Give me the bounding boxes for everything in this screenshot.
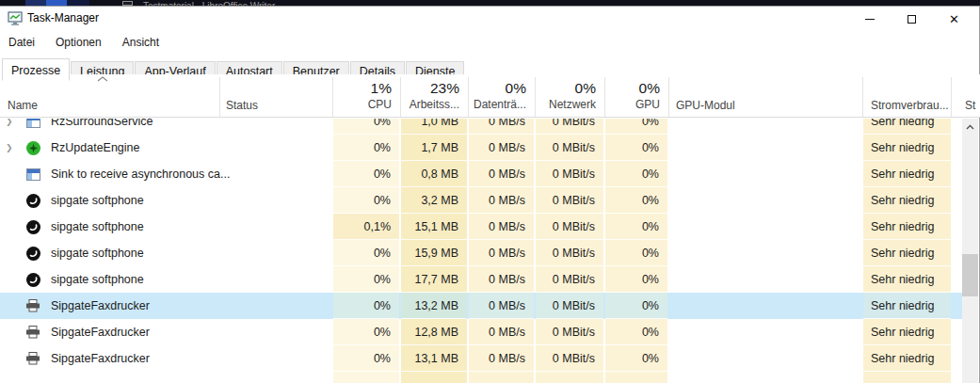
column-header-gpu[interactable]: 0% GPU (605, 74, 667, 118)
gpu-cell: 0% (605, 266, 667, 293)
close-icon: ✕ (949, 13, 959, 25)
memory-cell: 12,8 MB (401, 319, 467, 345)
process-list: ❯ RzSurroundService 0% 1,0 MB 0 MB/s 0 M… (0, 119, 980, 383)
memory-cell: 1,7 MB (401, 135, 467, 161)
memory-cell (401, 372, 467, 383)
maximize-button[interactable] (891, 7, 933, 31)
header-divider (862, 77, 863, 117)
table-row[interactable]: ❯ RzUpdateEngine 0% 1,7 MB 0 MB/s 0 MBit… (0, 135, 962, 161)
memory-cell: 1,0 MB (401, 119, 467, 135)
process-name: SipgateFaxdrucker (51, 319, 150, 345)
process-name: SipgateFaxdrucker (51, 293, 150, 319)
table-row-selected[interactable]: SipgateFaxdrucker 0% 13,2 MB 0 MB/s 0 MB… (0, 293, 962, 319)
gpu-cell: 0% (605, 161, 667, 187)
process-name: sipgate softphone (51, 214, 144, 240)
cpu-total-percent: 1% (333, 79, 392, 97)
scrollbar-thumb[interactable] (962, 254, 978, 296)
expand-chevron-icon[interactable]: ❯ (6, 119, 19, 135)
app-window-icon (25, 168, 40, 182)
scroll-up-button[interactable] (962, 119, 978, 135)
sipgate-icon (25, 247, 40, 261)
app-window-icon (25, 119, 40, 129)
power-cell: Sehr niedrig (863, 240, 951, 266)
printer-icon (25, 352, 40, 366)
memory-cell: 13,2 MB (401, 293, 467, 319)
column-header-memory[interactable]: 23% Arbeitss... (401, 74, 467, 118)
table-row[interactable]: SipgateFaxdrucker 0% 13,1 MB 0 MB/s 0 MB… (0, 345, 962, 372)
gpu-cell: 0% (605, 319, 667, 345)
column-header-gpu-module[interactable]: GPU-Modul (676, 99, 735, 112)
column-header-power-trend[interactable]: St (965, 99, 975, 112)
process-name: sipgate softphone (51, 266, 144, 293)
sipgate-icon (25, 194, 40, 208)
memory-cell: 0,8 MB (401, 161, 467, 187)
disk-cell (469, 372, 534, 383)
minimize-button[interactable] (848, 7, 891, 31)
tab-prozesse[interactable]: Prozesse (2, 58, 70, 81)
process-name: Sink to receive asynchronous ca... (51, 161, 230, 187)
cpu-cell: 0% (333, 187, 399, 214)
printer-icon (25, 299, 40, 313)
memory-cell: 13,1 MB (401, 345, 467, 372)
gpu-cell: 0% (605, 345, 667, 372)
disk-cell: 0 MB/s (469, 240, 534, 266)
column-header-cpu[interactable]: 1% CPU (333, 74, 399, 118)
table-row[interactable]: sipgate softphone 0% 17,7 MB 0 MB/s 0 MB… (0, 266, 962, 293)
table-row[interactable] (0, 372, 962, 383)
table-row[interactable]: sipgate softphone 0,1% 15,1 MB 0 MB/s 0 … (0, 214, 962, 240)
header-divider (219, 77, 220, 117)
disk-cell: 0 MB/s (469, 293, 534, 319)
memory-total-percent: 23% (401, 79, 459, 97)
header-divider (604, 77, 605, 117)
minimize-icon (865, 19, 875, 20)
column-header-disk[interactable]: 0% Datenträ... (469, 74, 534, 118)
network-cell: 0 MBit/s (536, 240, 603, 266)
gpu-cell (605, 372, 667, 383)
table-row[interactable]: sipgate softphone 0% 3,2 MB 0 MB/s 0 MBi… (0, 187, 962, 214)
power-cell: Sehr niedrig (863, 135, 951, 161)
cpu-cell: 0% (333, 119, 399, 135)
header-divider (332, 77, 333, 117)
power-cell: Sehr niedrig (863, 161, 951, 187)
table-row[interactable]: SipgateFaxdrucker 0% 12,8 MB 0 MB/s 0 MB… (0, 319, 962, 345)
vertical-scrollbar[interactable] (962, 119, 978, 383)
titlebar[interactable]: Task-Manager ✕ (0, 7, 979, 31)
network-cell: 0 MBit/s (536, 345, 603, 372)
table-header: Name Status 1% CPU 23% Arbeitss... 0% Da… (0, 74, 980, 118)
cpu-cell: 0% (333, 293, 399, 319)
sort-ascending-icon (96, 75, 109, 83)
cpu-cell: 0% (333, 266, 399, 293)
table-row[interactable]: sipgate softphone 0% 15,9 MB 0 MB/s 0 MB… (0, 240, 962, 266)
expand-chevron-icon[interactable]: ❯ (6, 135, 19, 161)
close-button[interactable]: ✕ (933, 7, 975, 31)
window-title: Task-Manager (27, 11, 99, 24)
gpu-cell: 0% (605, 187, 667, 214)
cpu-cell: 0% (333, 345, 399, 372)
menu-optionen[interactable]: Optionen (56, 36, 102, 49)
process-name: RzSurroundService (51, 119, 153, 135)
memory-cell: 15,9 MB (401, 240, 467, 266)
disk-cell: 0 MB/s (469, 119, 534, 135)
printer-icon (25, 326, 40, 340)
memory-cell: 17,7 MB (401, 266, 467, 293)
power-cell: Sehr niedrig (863, 266, 951, 293)
column-header-network[interactable]: 0% Netzwerk (536, 74, 603, 118)
column-header-name[interactable]: Name (8, 99, 38, 112)
column-header-status[interactable]: Status (226, 99, 258, 112)
power-cell: Sehr niedrig (863, 319, 951, 345)
process-name: sipgate softphone (51, 240, 144, 266)
table-row[interactable]: Sink to receive asynchronous ca... 0% 0,… (0, 161, 962, 187)
disk-total-percent: 0% (469, 79, 526, 97)
header-divider (400, 77, 401, 117)
disk-cell: 0 MB/s (469, 161, 534, 187)
power-cell: Sehr niedrig (863, 119, 951, 135)
network-cell: 0 MBit/s (536, 187, 603, 214)
network-cell: 0 MBit/s (536, 135, 603, 161)
menu-ansicht[interactable]: Ansicht (122, 36, 159, 49)
header-divider (535, 77, 536, 117)
table-row[interactable]: ❯ RzSurroundService 0% 1,0 MB 0 MB/s 0 M… (0, 119, 962, 135)
column-header-power[interactable]: Stromverbrau... (871, 99, 949, 112)
power-cell: Sehr niedrig (863, 293, 951, 319)
menu-datei[interactable]: Datei (8, 36, 35, 49)
gpu-cell: 0% (605, 293, 667, 319)
